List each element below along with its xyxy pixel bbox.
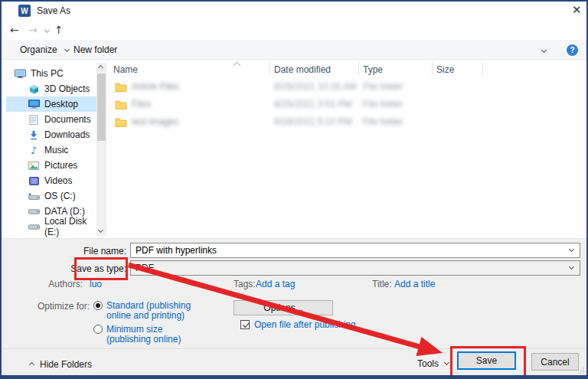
music-note-icon: ♪ xyxy=(28,145,40,156)
main-area: This PC 3D Objects Desktop Documents Dow… xyxy=(0,60,588,238)
window-title: Save As xyxy=(37,5,70,16)
radio-standard-label-line2[interactable]: online and printing) xyxy=(106,310,185,321)
sidebar-item-documents[interactable]: Documents xyxy=(6,112,97,127)
radio-minimum-size[interactable] xyxy=(93,325,103,334)
options-button[interactable]: Options... xyxy=(234,300,333,315)
file-row[interactable]: Article Files 8/25/2021 10:15 AM File fo… xyxy=(107,79,536,94)
save-as-dialog: W Save As ✕ ← → ↑ This PC Desktop ↻ xyxy=(0,0,588,379)
sidebar-item-local-disk-e[interactable]: Local Disk (E:) xyxy=(6,219,97,234)
title-label: Title: xyxy=(372,279,392,289)
radio-minimum-label-line1[interactable]: Minimum size xyxy=(106,324,162,335)
file-date: 8/16/2021 5:10 PM xyxy=(274,116,351,127)
sidebar-item-label: Desktop xyxy=(44,99,78,109)
new-folder-button[interactable]: New folder xyxy=(74,44,117,55)
drive-icon xyxy=(28,209,40,214)
sidebar-item-label: Documents xyxy=(44,114,91,125)
radio-standard[interactable] xyxy=(93,301,103,310)
sidebar-item-label: This PC xyxy=(31,68,64,79)
word-app-icon: W xyxy=(18,5,31,17)
folder-icon xyxy=(115,82,127,92)
tools-button[interactable]: Tools xyxy=(417,358,439,369)
column-header-type[interactable]: Type xyxy=(363,64,383,75)
check-icon xyxy=(243,321,250,328)
sidebar-item-music[interactable]: ♪ Music xyxy=(6,142,97,158)
help-icon[interactable]: ? xyxy=(567,44,578,56)
file-name: Files xyxy=(132,99,258,109)
radio-minimum-label-line2[interactable]: (publishing online) xyxy=(106,334,181,345)
folder-icon xyxy=(115,100,127,109)
file-type: File folder xyxy=(363,116,403,127)
save-as-type-label: Save as type: xyxy=(67,263,126,274)
sidebar-item-label: Local Disk (E:) xyxy=(44,216,97,237)
computer-icon xyxy=(14,69,26,79)
organize-label: Organize xyxy=(20,44,57,55)
sidebar-item-this-pc[interactable]: This PC xyxy=(6,66,97,81)
file-type: File folder xyxy=(363,99,403,109)
authors-value[interactable]: luo xyxy=(90,279,102,289)
optimize-for-label: Optimize for: xyxy=(31,301,90,312)
cancel-button[interactable]: Cancel xyxy=(531,353,579,371)
sidebar-item-3d-objects[interactable]: 3D Objects xyxy=(6,81,97,96)
drive-icon xyxy=(28,224,40,230)
file-name-label: File name: xyxy=(77,246,126,256)
sidebar-item-label: Music xyxy=(44,145,68,155)
video-icon xyxy=(28,177,40,185)
recent-locations-icon[interactable] xyxy=(44,28,50,33)
title-bar: W Save As ✕ xyxy=(0,0,588,21)
file-name: test images xyxy=(132,116,258,127)
command-bar: Organize New folder xyxy=(0,40,588,60)
save-as-type-select[interactable]: PDF xyxy=(130,260,580,276)
close-icon[interactable]: ✕ xyxy=(572,3,582,17)
authors-label: Authors: xyxy=(47,279,83,289)
sidebar-item-label: Downloads xyxy=(44,129,90,140)
folder-icon xyxy=(115,117,127,127)
open-file-after-publishing-label[interactable]: Open file after publishing xyxy=(254,319,356,330)
column-header-date-modified[interactable]: Date modified xyxy=(274,64,331,75)
scrollbar-thumb[interactable] xyxy=(97,74,106,141)
file-row[interactable]: Files 8/25/2021 3:51 PM File folder xyxy=(107,96,536,112)
file-name: Article Files xyxy=(132,81,258,92)
desktop-icon xyxy=(28,100,40,109)
open-file-after-publishing-checkbox[interactable] xyxy=(240,320,250,329)
sidebar-item-label: DATA (D:) xyxy=(44,206,85,217)
column-header-size[interactable]: Size xyxy=(436,64,454,75)
hide-folders-button[interactable]: Hide Folders xyxy=(40,359,92,370)
file-date: 8/25/2021 10:15 AM xyxy=(274,81,356,92)
forward-icon[interactable]: → xyxy=(28,24,38,36)
save-button[interactable]: Save xyxy=(457,351,516,370)
sidebar-item-pictures[interactable]: Pictures xyxy=(6,158,97,173)
sidebar-item-label: Videos xyxy=(44,175,72,186)
scroll-up-icon[interactable] xyxy=(98,65,103,70)
resize-grip[interactable] xyxy=(578,368,584,374)
organize-button[interactable]: Organize xyxy=(20,44,69,55)
sort-ascending-icon xyxy=(234,62,241,70)
sidebar-item-label: 3D Objects xyxy=(44,83,90,94)
cube-icon xyxy=(28,84,40,94)
sidebar-item-videos[interactable]: Videos xyxy=(6,173,97,188)
save-as-type-value: PDF xyxy=(136,263,154,273)
up-icon[interactable]: ↑ xyxy=(54,24,64,36)
system-drive-icon xyxy=(28,193,40,200)
sidebar-item-downloads[interactable]: Downloads xyxy=(6,127,97,142)
add-title-link[interactable]: Add a title xyxy=(394,279,435,289)
sidebar-scrollbar[interactable] xyxy=(96,63,106,236)
download-arrow-icon xyxy=(28,130,40,140)
add-tag-link[interactable]: Add a tag xyxy=(256,279,295,289)
sidebar-item-desktop[interactable]: Desktop xyxy=(6,96,97,112)
back-icon[interactable]: ← xyxy=(10,24,19,36)
file-row[interactable]: test images 8/16/2021 5:10 PM File folde… xyxy=(107,114,536,129)
address-bar-row: ← → ↑ This PC Desktop ↻ xyxy=(0,21,588,40)
scroll-down-icon[interactable] xyxy=(98,227,103,233)
file-name-input[interactable] xyxy=(130,243,580,258)
file-date: 8/25/2021 3:51 PM xyxy=(274,99,351,109)
sidebar-item-label: OS (C:) xyxy=(44,191,76,201)
radio-standard-label-line1[interactable]: Standard (publishing xyxy=(106,300,191,311)
sidebar-item-label: Pictures xyxy=(44,160,77,171)
views-dropdown-icon[interactable] xyxy=(541,47,547,53)
document-icon xyxy=(28,115,40,125)
file-type: File folder xyxy=(363,81,403,92)
chevron-down-icon xyxy=(64,47,70,52)
sidebar-item-os-c[interactable]: OS (C:) xyxy=(6,188,97,204)
column-header-name[interactable]: Name xyxy=(113,64,138,75)
tags-label: Tags: xyxy=(234,279,256,289)
